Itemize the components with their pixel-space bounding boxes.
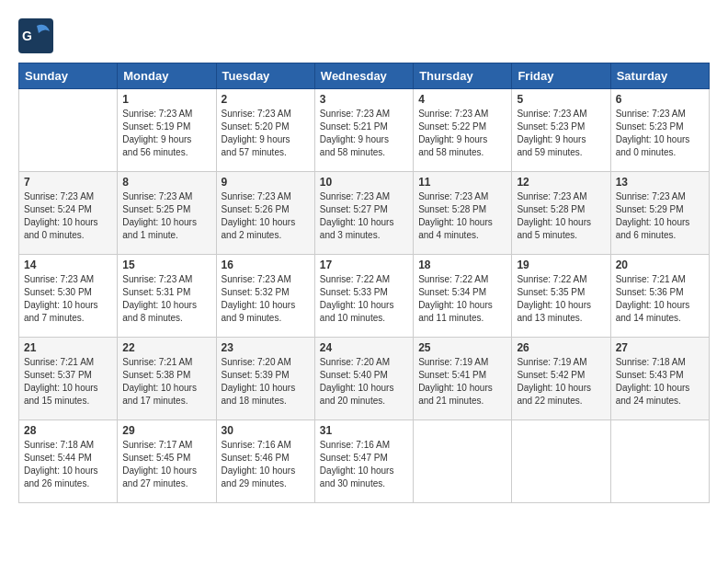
calendar-header: SundayMondayTuesdayWednesdayThursdayFrid… — [19, 63, 710, 89]
logo: G — [18, 18, 57, 53]
calendar-week-row: 28Sunrise: 7:18 AMSunset: 5:44 PMDayligh… — [19, 420, 710, 503]
day-info-line: Sunset: 5:40 PM — [320, 369, 408, 382]
day-info-line: Daylight: 10 hours — [616, 299, 704, 312]
day-info-line: Sunset: 5:23 PM — [616, 121, 704, 133]
day-info-line: Sunset: 5:20 PM — [222, 121, 310, 133]
weekday-header-sunday: Sunday — [19, 63, 118, 89]
day-info-line: Sunset: 5:19 PM — [122, 121, 210, 133]
day-info-line: Daylight: 9 hours — [122, 133, 210, 146]
day-info-line: Sunset: 5:22 PM — [418, 121, 506, 133]
day-info: Sunrise: 7:23 AMSunset: 5:20 PMDaylight:… — [222, 108, 310, 159]
day-info-line: Daylight: 10 hours — [222, 216, 310, 229]
day-info-line: Daylight: 10 hours — [24, 465, 112, 477]
calendar-day-cell: 19Sunrise: 7:22 AMSunset: 5:35 PMDayligh… — [512, 255, 610, 338]
day-info-line: Sunrise: 7:23 AM — [122, 108, 210, 121]
day-info-line: and 6 minutes. — [616, 229, 704, 242]
calendar-day-cell: 24Sunrise: 7:20 AMSunset: 5:40 PMDayligh… — [314, 338, 413, 420]
day-number: 2 — [222, 93, 310, 106]
weekday-header-monday: Monday — [118, 63, 216, 89]
day-info-line: Daylight: 10 hours — [24, 382, 112, 395]
calendar-day-cell — [414, 420, 512, 503]
day-info-line: Daylight: 9 hours — [517, 133, 605, 146]
day-number: 6 — [616, 93, 704, 106]
day-info-line: and 4 minutes. — [418, 229, 506, 242]
day-info-line: Sunset: 5:28 PM — [418, 203, 506, 216]
day-info-line: Sunset: 5:28 PM — [517, 203, 605, 216]
day-info: Sunrise: 7:21 AMSunset: 5:38 PMDaylight:… — [122, 356, 210, 408]
day-info: Sunrise: 7:23 AMSunset: 5:27 PMDaylight:… — [320, 190, 408, 242]
day-info-line: Daylight: 10 hours — [122, 216, 210, 229]
day-info: Sunrise: 7:21 AMSunset: 5:36 PMDaylight:… — [616, 273, 704, 325]
day-info-line: Sunrise: 7:23 AM — [24, 190, 112, 203]
day-info: Sunrise: 7:23 AMSunset: 5:29 PMDaylight:… — [616, 190, 704, 242]
day-number: 21 — [24, 341, 112, 354]
day-info-line: and 11 minutes. — [418, 312, 506, 325]
day-info-line: Sunrise: 7:22 AM — [517, 273, 605, 286]
calendar-week-row: 21Sunrise: 7:21 AMSunset: 5:37 PMDayligh… — [19, 338, 710, 420]
calendar-day-cell: 30Sunrise: 7:16 AMSunset: 5:46 PMDayligh… — [216, 420, 314, 503]
day-info-line: Sunset: 5:21 PM — [320, 121, 408, 133]
day-number: 13 — [616, 176, 704, 189]
calendar-table: SundayMondayTuesdayWednesdayThursdayFrid… — [18, 63, 710, 503]
calendar-day-cell: 23Sunrise: 7:20 AMSunset: 5:39 PMDayligh… — [216, 338, 314, 420]
calendar-day-cell: 2Sunrise: 7:23 AMSunset: 5:20 PMDaylight… — [216, 89, 314, 172]
day-info-line: Sunrise: 7:23 AM — [418, 108, 506, 121]
day-info-line: Sunset: 5:25 PM — [122, 203, 210, 216]
day-info-line: Daylight: 10 hours — [222, 382, 310, 395]
day-number: 5 — [517, 93, 605, 106]
day-info-line: Daylight: 10 hours — [517, 382, 605, 395]
page-header: G — [18, 18, 710, 53]
day-info-line: Sunset: 5:35 PM — [517, 286, 605, 299]
calendar-day-cell: 13Sunrise: 7:23 AMSunset: 5:29 PMDayligh… — [610, 172, 709, 255]
day-info-line: and 30 minutes. — [320, 477, 408, 490]
day-info: Sunrise: 7:23 AMSunset: 5:28 PMDaylight:… — [517, 190, 605, 242]
day-info-line: Sunrise: 7:19 AM — [517, 356, 605, 369]
day-number: 8 — [122, 176, 210, 189]
day-info-line: Sunrise: 7:18 AM — [24, 439, 112, 452]
day-number: 17 — [320, 259, 408, 271]
day-info-line: and 5 minutes. — [517, 229, 605, 242]
day-info-line: and 22 minutes. — [517, 395, 605, 408]
day-info: Sunrise: 7:23 AMSunset: 5:25 PMDaylight:… — [122, 190, 210, 242]
day-info-line: and 8 minutes. — [122, 312, 210, 325]
calendar-day-cell: 14Sunrise: 7:23 AMSunset: 5:30 PMDayligh… — [19, 255, 118, 338]
calendar-day-cell: 6Sunrise: 7:23 AMSunset: 5:23 PMDaylight… — [610, 89, 709, 172]
calendar-day-cell: 12Sunrise: 7:23 AMSunset: 5:28 PMDayligh… — [512, 172, 610, 255]
calendar-day-cell: 31Sunrise: 7:16 AMSunset: 5:47 PMDayligh… — [314, 420, 413, 503]
day-info-line: Sunrise: 7:21 AM — [122, 356, 210, 369]
calendar-day-cell: 18Sunrise: 7:22 AMSunset: 5:34 PMDayligh… — [414, 255, 512, 338]
day-info-line: and 2 minutes. — [222, 229, 310, 242]
day-info-line: Daylight: 10 hours — [418, 299, 506, 312]
day-number: 7 — [24, 176, 112, 189]
day-info-line: Sunset: 5:46 PM — [222, 452, 310, 465]
calendar-day-cell: 5Sunrise: 7:23 AMSunset: 5:23 PMDaylight… — [512, 89, 610, 172]
day-info-line: Sunrise: 7:22 AM — [418, 273, 506, 286]
day-info-line: and 27 minutes. — [122, 477, 210, 490]
day-info: Sunrise: 7:23 AMSunset: 5:28 PMDaylight:… — [418, 190, 506, 242]
day-info: Sunrise: 7:23 AMSunset: 5:31 PMDaylight:… — [122, 273, 210, 325]
day-info-line: Daylight: 10 hours — [320, 216, 408, 229]
day-info-line: Daylight: 10 hours — [24, 299, 112, 312]
day-info-line: and 14 minutes. — [616, 312, 704, 325]
day-info-line: Daylight: 10 hours — [616, 216, 704, 229]
day-number: 15 — [122, 259, 210, 271]
day-info-line: Daylight: 10 hours — [222, 465, 310, 477]
day-info-line: and 17 minutes. — [122, 395, 210, 408]
calendar-day-cell: 25Sunrise: 7:19 AMSunset: 5:41 PMDayligh… — [414, 338, 512, 420]
day-info-line: and 20 minutes. — [320, 395, 408, 408]
day-info-line: Sunrise: 7:22 AM — [320, 273, 408, 286]
day-info-line: Sunset: 5:36 PM — [616, 286, 704, 299]
calendar-day-cell — [610, 420, 709, 503]
day-info: Sunrise: 7:23 AMSunset: 5:19 PMDaylight:… — [122, 108, 210, 159]
day-info-line: Sunrise: 7:23 AM — [222, 190, 310, 203]
day-info-line: Sunset: 5:39 PM — [222, 369, 310, 382]
day-info-line: and 10 minutes. — [320, 312, 408, 325]
day-info: Sunrise: 7:19 AMSunset: 5:41 PMDaylight:… — [418, 356, 506, 408]
day-info: Sunrise: 7:23 AMSunset: 5:26 PMDaylight:… — [222, 190, 310, 242]
day-info-line: Sunrise: 7:23 AM — [320, 108, 408, 121]
day-info-line: and 56 minutes. — [122, 146, 210, 159]
svg-text:G: G — [22, 29, 32, 43]
day-info-line: Daylight: 10 hours — [222, 299, 310, 312]
calendar-day-cell: 28Sunrise: 7:18 AMSunset: 5:44 PMDayligh… — [19, 420, 118, 503]
day-info-line: Daylight: 10 hours — [320, 465, 408, 477]
